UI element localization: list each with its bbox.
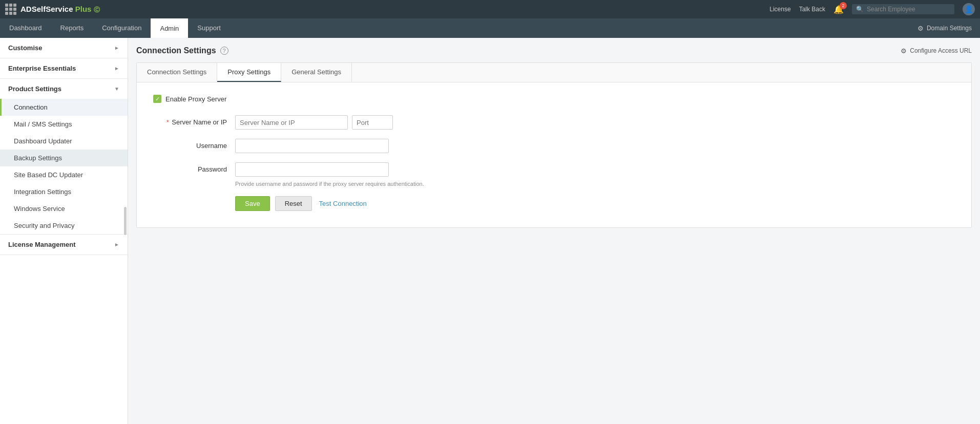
password-row: Password Provide username and password i… [153,162,955,187]
chevron-right-icon: ► [114,66,119,71]
main-panel: Connection Settings Proxy Settings Gener… [136,62,972,228]
reset-button[interactable]: Reset [275,196,312,211]
sidebar-section-header-license[interactable]: License Management ► [0,235,128,255]
page-title: Connection Settings [136,46,216,55]
navbar: Dashboard Reports Configuration Admin Su… [0,18,980,38]
sidebar-item-backup-settings[interactable]: Backup Settings [0,150,128,166]
search-input[interactable] [867,6,950,13]
sidebar-item-connection[interactable]: Connection [0,99,128,116]
content-area: Connection Settings ? ⚙ Configure Access… [128,38,980,424]
server-name-input[interactable] [235,115,348,130]
sidebar: Customise ► Enterprise Essentials ► Prod… [0,38,128,424]
required-marker: * [166,118,169,126]
topbar-right: License Talk Back 🔔 2 🔍 👤 [769,3,975,15]
nav-item-admin[interactable]: Admin [151,18,188,38]
username-input[interactable] [235,139,389,153]
password-label: Password [153,162,235,173]
domain-settings-button[interactable]: ⚙ Domain Settings [918,25,972,32]
main-layout: Customise ► Enterprise Essentials ► Prod… [0,38,980,424]
notification-count: 2 [840,2,847,9]
topbar-left: ADSelfService Plus Ⓒ [5,4,100,15]
avatar[interactable]: 👤 [963,3,975,15]
chevron-right-icon: ► [114,45,119,51]
grid-icon [5,4,16,15]
test-connection-button[interactable]: Test Connection [317,197,369,210]
talkback-link[interactable]: Talk Back [799,6,825,13]
tab-general-settings[interactable]: General Settings [281,63,352,82]
sidebar-section-license: License Management ► [0,235,128,255]
sidebar-item-mail-sms[interactable]: Mail / SMS Settings [0,116,128,133]
page-title-wrap: Connection Settings ? [136,46,228,55]
sidebar-section-header-enterprise[interactable]: Enterprise Essentials ► [0,58,128,78]
navbar-left: Dashboard Reports Configuration Admin Su… [0,18,230,38]
server-label: * Server Name or IP [153,115,235,126]
sidebar-item-site-based-dc[interactable]: Site Based DC Updater [0,166,128,183]
nav-item-reports[interactable]: Reports [51,18,93,38]
sidebar-item-windows-service[interactable]: Windows Service [0,200,128,217]
sidebar-section-header-customise[interactable]: Customise ► [0,38,128,58]
username-label: Username [153,139,235,150]
sidebar-section-enterprise: Enterprise Essentials ► [0,58,128,79]
help-icon[interactable]: ? [220,47,228,55]
tab-bar: Connection Settings Proxy Settings Gener… [137,63,971,82]
scrollbar-handle [124,207,127,235]
save-button[interactable]: Save [235,196,270,211]
nav-item-dashboard[interactable]: Dashboard [0,18,51,38]
sidebar-section-product-settings: Product Settings ▼ Connection Mail / SMS… [0,79,128,235]
tab-connection-settings[interactable]: Connection Settings [137,63,217,82]
nav-item-support[interactable]: Support [188,18,230,38]
sidebar-item-dashboard-updater[interactable]: Dashboard Updater [0,133,128,150]
tab-proxy-settings[interactable]: Proxy Settings [217,63,281,82]
chevron-down-icon: ▼ [114,86,119,92]
sidebar-item-security-privacy[interactable]: Security and Privacy [0,217,128,234]
search-wrap[interactable]: 🔍 [852,4,954,14]
enable-proxy-label: Enable Proxy Server [165,95,226,103]
sidebar-item-integration-settings[interactable]: Integration Settings [0,183,128,200]
checkmark-icon: ✓ [155,96,160,102]
port-input[interactable] [352,115,393,130]
server-inputs-row [235,115,955,130]
navbar-right: ⚙ Domain Settings [918,18,980,38]
gear-icon: ⚙ [901,47,907,55]
topbar: ADSelfService Plus Ⓒ License Talk Back 🔔… [0,0,980,18]
license-link[interactable]: License [769,6,790,13]
notification-bell[interactable]: 🔔 2 [833,5,844,14]
password-input[interactable] [235,162,389,177]
username-row: Username [153,139,955,153]
password-hint: Provide username and password if the pro… [235,181,955,187]
server-input-wrap [235,115,955,130]
search-icon: 🔍 [856,6,864,13]
sidebar-section-customise: Customise ► [0,38,128,58]
page-header: Connection Settings ? ⚙ Configure Access… [136,46,972,55]
sidebar-section-header-product-settings[interactable]: Product Settings ▼ [0,79,128,99]
button-row: Save Reset Test Connection [153,196,955,211]
chevron-right-icon: ► [114,242,119,247]
username-input-wrap [235,139,955,153]
form-content: ✓ Enable Proxy Server * Server Name or I… [137,82,971,227]
gear-icon: ⚙ [918,25,924,32]
password-input-wrap: Provide username and password if the pro… [235,162,955,187]
server-name-row: * Server Name or IP [153,115,955,130]
nav-item-configuration[interactable]: Configuration [93,18,151,38]
app-name: ADSelfService Plus Ⓒ [20,5,100,14]
enable-proxy-row: ✓ Enable Proxy Server [153,95,955,103]
enable-proxy-checkbox[interactable]: ✓ [153,95,161,103]
configure-access-button[interactable]: ⚙ Configure Access URL [901,47,972,55]
app-logo: ADSelfService Plus Ⓒ [5,4,100,15]
